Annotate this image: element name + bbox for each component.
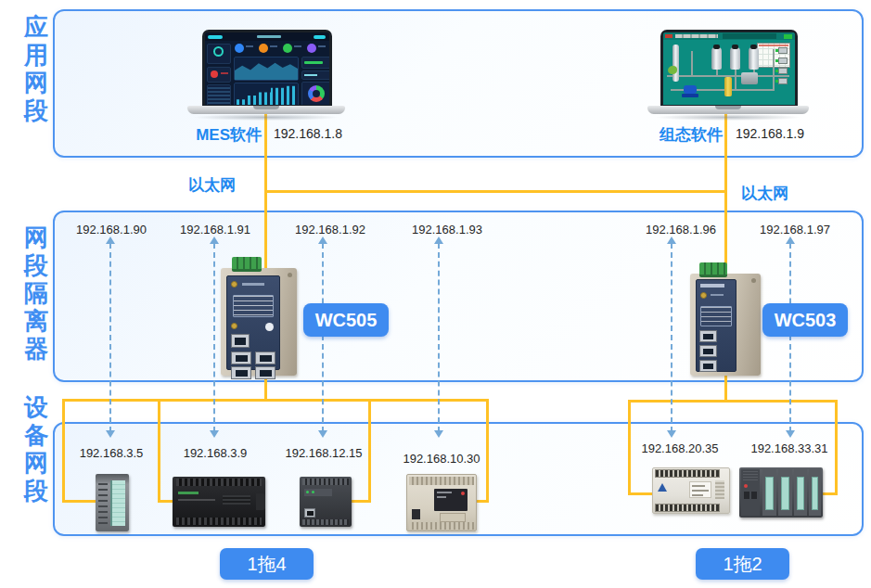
- arrow-down-icon: [318, 430, 327, 438]
- wc503-virtual-ip-1: 192.168.1.96: [637, 223, 724, 236]
- plc-device-6-image: [739, 467, 823, 518]
- device-ip-4: 192.168.10.30: [398, 452, 485, 466]
- scada-hmi-image: [663, 32, 795, 105]
- arrow-down-icon: [434, 430, 443, 438]
- mes-laptop-screen: [202, 30, 332, 107]
- arrow-up-icon: [106, 236, 115, 244]
- wc505-virtual-ip-2: 192.168.1.91: [172, 223, 259, 236]
- right-bus-drop-1: [628, 400, 631, 495]
- mapping-dash-4: [438, 243, 440, 432]
- mapping-dash-5: [671, 243, 672, 432]
- left-device-bus: [62, 399, 489, 402]
- wc505-model-badge: WC505: [303, 303, 389, 337]
- scada-laptop: [647, 28, 809, 119]
- mode-badge-left: 1拖4: [220, 548, 314, 580]
- scada-software-label: 组态软件: [643, 124, 723, 146]
- arrow-up-icon: [210, 236, 219, 244]
- device-ip-3: 192.168.12.15: [280, 446, 367, 460]
- wc503-virtual-ip-2: 192.168.1.97: [751, 223, 839, 236]
- left-bus-drop-1: [62, 399, 65, 503]
- mapping-dash-1: [109, 243, 111, 432]
- wc505-virtual-ip-1: 192.168.1.90: [68, 223, 155, 236]
- ethernet-label-left: 以太网: [188, 174, 236, 196]
- arrow-down-icon: [210, 430, 219, 438]
- wc505-virtual-ip-3: 192.168.1.92: [287, 223, 374, 236]
- left-bus-drop-4: [486, 399, 489, 503]
- scada-ip-label: 192.168.1.9: [736, 126, 804, 141]
- mapping-dash-6: [789, 243, 791, 432]
- plc-device-5-image: [652, 467, 730, 514]
- wc505-device-image: [219, 257, 301, 377]
- mes-dashboard-image: [205, 32, 329, 105]
- isolator-segment-label: 网段隔离器: [22, 224, 50, 363]
- device-ip-6: 192.168.33.31: [746, 441, 833, 455]
- arrow-up-icon: [434, 236, 443, 244]
- wc503-device-image: [690, 262, 764, 378]
- mapping-dash-2: [213, 243, 215, 432]
- network-topology-diagram: 应用网段 网段隔离器 设备网段: [0, 0, 871, 588]
- left-bus-drop-2: [158, 399, 160, 503]
- left-bus-stub-1: [62, 500, 99, 503]
- mes-ip-label: 192.168.1.8: [274, 126, 342, 141]
- plc-device-3-image: [300, 477, 352, 527]
- mes-software-label: MES软件: [182, 124, 262, 146]
- right-bus-drop-2: [835, 400, 838, 495]
- left-bus-drop-3: [368, 399, 371, 503]
- arrow-up-icon: [667, 236, 676, 244]
- scada-laptop-base: [647, 106, 809, 114]
- ethernet-line-horizontal: [265, 190, 726, 193]
- arrow-up-icon: [786, 236, 795, 244]
- right-device-bus: [628, 400, 838, 403]
- device-ip-2: 192.168.3.9: [172, 446, 259, 460]
- mapping-dash-3: [322, 243, 324, 432]
- application-segment-label: 应用网段: [22, 13, 50, 124]
- plc-device-2-image: [173, 477, 265, 527]
- ethernet-label-right: 以太网: [741, 183, 788, 204]
- device-ip-5: 192.168.20.35: [636, 441, 724, 455]
- arrow-down-icon: [106, 430, 115, 438]
- plc-device-4-image: [406, 474, 477, 531]
- arrow-down-icon: [667, 430, 676, 438]
- plc-device-1-image: [96, 474, 129, 531]
- device-ip-1: 192.168.3.5: [68, 446, 155, 460]
- scada-laptop-screen: [660, 30, 798, 107]
- device-segment-label: 设备网段: [22, 393, 50, 505]
- wc503-model-badge: WC503: [762, 303, 848, 337]
- mes-laptop-base: [187, 106, 345, 114]
- left-bus-stub-3: [350, 500, 371, 503]
- arrow-down-icon: [786, 430, 795, 438]
- arrow-up-icon: [318, 236, 327, 244]
- mes-laptop: [187, 28, 345, 119]
- wc505-virtual-ip-4: 192.168.1.93: [403, 223, 491, 236]
- mode-badge-right: 1拖2: [696, 548, 789, 580]
